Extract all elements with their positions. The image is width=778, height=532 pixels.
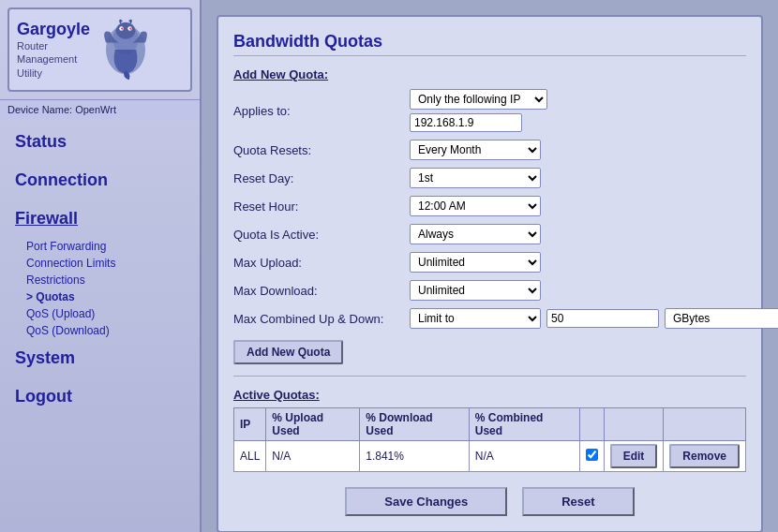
- bandwidth-quotas-panel: Bandwidth Quotas Add New Quota: Applies …: [217, 15, 763, 532]
- reset-hour-select[interactable]: 12:00 AM 1:00 AM 2:00 AM: [410, 196, 541, 216]
- divider: [233, 376, 746, 377]
- max-upload-row: Max Upload: Unlimited Limit to: [233, 252, 746, 273]
- quota-resets-row: Quota Resets: Every Day Every Week Every…: [233, 140, 746, 160]
- max-upload-label: Max Upload:: [233, 256, 402, 270]
- col-download-used: % Download Used: [360, 408, 470, 441]
- row-combined-used: N/A: [469, 441, 579, 472]
- sidebar-item-port-forwarding[interactable]: Port Forwarding: [26, 238, 200, 255]
- max-upload-select[interactable]: Unlimited Limit to: [410, 252, 541, 273]
- main-content: Bandwidth Quotas Add New Quota: Applies …: [202, 0, 778, 532]
- max-combined-select[interactable]: Unlimited Limit to: [410, 308, 541, 329]
- max-combined-row: Max Combined Up & Down: Unlimited Limit …: [233, 308, 746, 329]
- edit-button[interactable]: Edit: [610, 444, 658, 468]
- add-quota-btn-row: Add New Quota: [233, 340, 746, 364]
- sidebar-item-quotas[interactable]: > Quotas: [26, 288, 200, 305]
- firewall-submenu: Port Forwarding Connection Limits Restri…: [0, 238, 200, 339]
- dragon-logo: [97, 17, 154, 82]
- row-ip: ALL: [234, 441, 266, 472]
- nav-section: Status Connection Firewall Port Forwardi…: [0, 119, 200, 420]
- app-subtitle1: Router: [17, 39, 90, 52]
- applies-to-controls: All IPs Only the following IP All except…: [410, 89, 547, 132]
- max-combined-label: Max Combined Up & Down:: [233, 312, 402, 326]
- svg-point-6: [129, 27, 131, 29]
- col-ip: IP: [234, 408, 266, 441]
- applies-to-row: Applies to: All IPs Only the following I…: [233, 89, 746, 132]
- row-upload-used: N/A: [266, 441, 360, 472]
- quota-resets-select[interactable]: Every Day Every Week Every Month: [410, 140, 541, 160]
- device-name-area: Device Name: OpenWrt: [0, 99, 200, 119]
- device-label: Device Name:: [7, 104, 72, 115]
- remove-button[interactable]: Remove: [669, 444, 740, 468]
- device-value: OpenWrt: [75, 104, 116, 115]
- sidebar-item-qos-upload[interactable]: QoS (Upload): [26, 305, 200, 322]
- col-upload-used: % Upload Used: [266, 408, 360, 441]
- sidebar-item-system[interactable]: System: [0, 339, 200, 377]
- app-name: Gargoyle: [17, 20, 90, 39]
- applies-to-select[interactable]: All IPs Only the following IP All except…: [410, 89, 547, 110]
- sidebar: Gargoyle Router Management Utility: [0, 0, 202, 532]
- applies-to-label: Applies to:: [233, 104, 402, 118]
- row-download-used: 1.841%: [360, 441, 470, 472]
- table-row: ALL N/A 1.841% N/A Edit Remove: [234, 441, 746, 472]
- max-download-select[interactable]: Unlimited Limit to: [410, 280, 541, 301]
- quotas-table: IP % Upload Used % Download Used % Combi…: [233, 407, 746, 472]
- col-combined-used: % Combined Used: [469, 408, 579, 441]
- row-remove-cell: Remove: [664, 441, 746, 472]
- combined-controls: Unlimited Limit to GBytes MBytes KBytes: [410, 308, 778, 329]
- sidebar-item-logout[interactable]: Logout: [0, 377, 200, 416]
- svg-point-5: [121, 27, 123, 29]
- quota-active-label: Quota Is Active:: [233, 228, 402, 242]
- save-changes-button[interactable]: Save Changes: [345, 487, 507, 516]
- footer-buttons: Save Changes Reset: [233, 487, 746, 516]
- col-checkbox: [579, 408, 604, 441]
- sidebar-item-restrictions[interactable]: Restrictions: [26, 272, 200, 288]
- sidebar-item-qos-download[interactable]: QoS (Download): [26, 322, 200, 339]
- reset-button[interactable]: Reset: [522, 487, 634, 516]
- max-download-row: Max Download: Unlimited Limit to: [233, 280, 746, 301]
- sidebar-item-firewall[interactable]: Firewall: [0, 200, 200, 238]
- add-quota-label: Add New Quota:: [233, 67, 746, 81]
- sidebar-item-connection-limits[interactable]: Connection Limits: [26, 255, 200, 272]
- svg-point-2: [116, 22, 136, 39]
- row-edit-cell: Edit: [604, 441, 664, 472]
- reset-day-label: Reset Day:: [233, 171, 402, 185]
- col-edit: [604, 408, 664, 441]
- sidebar-item-connection[interactable]: Connection: [0, 161, 200, 200]
- reset-hour-label: Reset Hour:: [233, 200, 402, 214]
- quota-resets-label: Quota Resets:: [233, 143, 402, 157]
- row-active-checkbox[interactable]: [586, 449, 598, 461]
- app-subtitle2: Management: [17, 52, 90, 66]
- quota-active-select[interactable]: Always Never: [410, 224, 541, 244]
- sidebar-item-status[interactable]: Status: [0, 123, 200, 161]
- panel-title: Bandwidth Quotas: [233, 32, 746, 56]
- combined-unit-select[interactable]: GBytes MBytes KBytes: [665, 308, 778, 329]
- reset-hour-row: Reset Hour: 12:00 AM 1:00 AM 2:00 AM: [233, 196, 746, 216]
- ip-input[interactable]: [410, 113, 522, 132]
- active-quotas-title: Active Quotas:: [233, 388, 746, 402]
- app-subtitle3: Utility: [17, 66, 90, 80]
- reset-day-row: Reset Day: 1st 2nd 3rd 4th 5th: [233, 168, 746, 188]
- logo-area: Gargoyle Router Management Utility: [7, 7, 192, 92]
- col-remove: [664, 408, 746, 441]
- combined-value-input[interactable]: [546, 309, 659, 328]
- add-quota-button[interactable]: Add New Quota: [233, 340, 343, 364]
- active-quotas-section: Active Quotas: IP % Upload Used % Downlo…: [233, 388, 746, 472]
- quota-active-row: Quota Is Active: Always Never: [233, 224, 746, 244]
- max-download-label: Max Download:: [233, 284, 402, 298]
- logo-text: Gargoyle Router Management Utility: [17, 20, 90, 80]
- row-checkbox-cell: [579, 441, 604, 472]
- reset-day-select[interactable]: 1st 2nd 3rd 4th 5th: [410, 168, 541, 188]
